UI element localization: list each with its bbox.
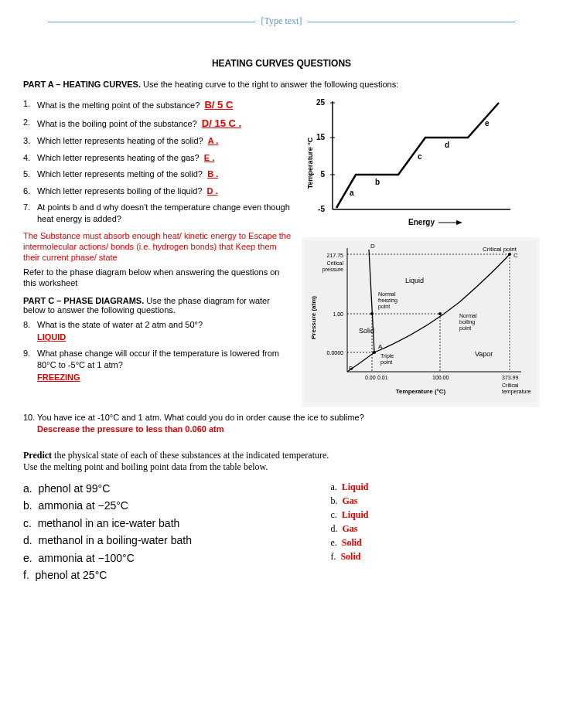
page-title: HEATING CURVES QUESTIONS <box>23 58 540 69</box>
q3-num: 3. <box>23 135 37 147</box>
q8-text: What is the state of water at 2 atm and … <box>37 320 203 329</box>
nfp-label: Normal <box>378 291 396 297</box>
svg-point-17 <box>370 312 374 315</box>
phase-xlabel: Temperature (°C) <box>396 388 446 395</box>
q6-text: Which letter represents boiling of the l… <box>37 186 202 196</box>
ytick-5: 5 <box>320 170 325 179</box>
header-placeholder: [Type text] <box>23 15 540 27</box>
predict-d: d. methanol in a boiling-water bath <box>23 532 307 549</box>
q5-num: 5. <box>23 168 37 180</box>
ans-f: f. Solid <box>330 549 540 563</box>
ans-d: d. Gas <box>330 522 540 536</box>
question-2: 2. What is the boiling point of the subs… <box>23 117 294 131</box>
critical-point-label: Critical point <box>483 246 517 253</box>
xtick-0: 0.00 <box>365 375 376 380</box>
header-text: [Type text] <box>261 15 302 26</box>
q6-answer: D . <box>207 186 218 196</box>
diagrams-column: 25 15 5 -5 a b c d e Temperature °C Ener… <box>302 94 540 407</box>
q8-num: 8. <box>23 319 37 343</box>
svg-text:temperature: temperature <box>502 389 531 395</box>
svg-point-18 <box>438 312 442 315</box>
q2-answer: D/ 15 C . <box>202 117 241 129</box>
question-10: 10. You have ice at -10°C and 1 atm. Wha… <box>23 412 540 436</box>
region-solid: Solid <box>359 327 374 335</box>
predict-heading: Predict the physical state of each of th… <box>23 450 540 474</box>
refer-text: Refer to the phase diagram below when an… <box>23 267 294 289</box>
ytick-1: 1.00 <box>333 311 343 317</box>
q4-answer: E . <box>204 153 214 162</box>
q9-text: What phase change will occur if the temp… <box>37 349 279 369</box>
seg-d: d <box>445 141 449 149</box>
ans-c: c. Liquid <box>330 508 540 522</box>
q7-num: 7. <box>23 202 37 226</box>
svg-text:pressure: pressure <box>322 267 343 273</box>
q9-answer: FREEZING <box>37 373 80 382</box>
part-a-heading: PART A – HEATING CURVES. Use the heating… <box>23 80 540 89</box>
part-c-heading: PART C – PHASE DIAGRAMS. Use the phase d… <box>23 296 294 315</box>
nbp-label: Normal <box>459 313 477 318</box>
q2-text: What is the boiling point of the substan… <box>37 119 197 128</box>
predict-b: b. ammonia at −25°C <box>23 497 307 514</box>
q7-text: At points b and d why doesn't the temper… <box>37 202 294 226</box>
q6-num: 6. <box>23 185 37 197</box>
svg-text:point: point <box>459 325 471 332</box>
ytick-15: 15 <box>316 133 326 141</box>
question-4: 4. Which letter represents heating of th… <box>23 152 294 164</box>
part-a-prefix: PART A – <box>23 80 63 89</box>
predict-line2: Use the melting point and boiling point … <box>23 461 268 472</box>
q10-answer: Descrease the pressure to less than 0.06… <box>37 424 224 434</box>
q4-text: Which letter represents heating of the g… <box>37 153 200 162</box>
letter-a: A <box>378 343 383 350</box>
predict-strong: Predict <box>23 450 52 461</box>
ytick-006: 0.0060 <box>327 350 344 355</box>
svg-text:freezing: freezing <box>378 298 398 304</box>
q1-answer: B/ 5 C <box>204 99 233 111</box>
svg-text:Critical: Critical <box>502 383 519 388</box>
question-8: 8. What is the state of water at 2 atm a… <box>23 319 294 343</box>
q10-num: 10. <box>23 412 37 436</box>
question-5: 5. Which letter represents melting of th… <box>23 168 294 180</box>
q3-text: Which letter represents heating of the s… <box>37 136 203 145</box>
part-c-prefix: PART C – <box>23 296 63 305</box>
predict-c: c. methanol in an ice-water bath <box>23 515 307 532</box>
ans-e: e. Solid <box>330 536 540 549</box>
q3-answer: A . <box>208 136 219 145</box>
part-a-questions: 1. What is the melting point of the subs… <box>23 94 294 407</box>
seg-a: a <box>350 189 354 197</box>
ytick-25: 25 <box>316 98 326 107</box>
question-9: 9. What phase change will occur if the t… <box>23 348 294 383</box>
xtick-100: 100.00 <box>432 375 449 380</box>
part-c-label: PHASE DIAGRAMS. <box>63 296 144 305</box>
heating-curve-chart: 25 15 5 -5 a b c d e Temperature °C Ener… <box>302 94 518 233</box>
q7-answer: The Substance must absorb enough heat/ k… <box>23 230 294 264</box>
svg-text:Critical: Critical <box>327 260 344 266</box>
predict-f: f. phenol at 25°C <box>23 566 307 583</box>
q2-num: 2. <box>23 117 37 131</box>
q1-text: What is the melting point of the substan… <box>37 100 200 110</box>
ytick-217: 217.75 <box>327 253 344 258</box>
svg-text:Triple: Triple <box>380 353 394 359</box>
region-liquid: Liquid <box>405 277 424 284</box>
svg-point-16 <box>373 351 376 354</box>
letter-d: D <box>370 243 375 250</box>
part-a-suffix: Use the heating curve to the right to an… <box>141 80 398 89</box>
svg-text:boiling: boiling <box>459 319 475 325</box>
seg-e: e <box>485 119 490 128</box>
predict-left: a. phenol at 99°C b. ammonia at −25°C c.… <box>23 480 307 583</box>
xlabel: Energy <box>408 218 435 226</box>
predict-e: e. ammonia at −100°C <box>23 549 307 566</box>
predict-rest: the physical state of each of these subs… <box>52 450 329 461</box>
ans-b: b. Gas <box>330 494 540 508</box>
q5-answer: B . <box>207 169 218 179</box>
letter-c: C <box>514 252 518 259</box>
ans-a: a. Liquid <box>330 480 540 494</box>
letter-b: B <box>349 365 353 372</box>
question-7: 7. At points b and d why doesn't the tem… <box>23 202 294 226</box>
question-3: 3. Which letter represents heating of th… <box>23 135 294 147</box>
region-vapor: Vapor <box>475 350 493 358</box>
arrow-icon <box>456 220 462 225</box>
seg-b: b <box>375 178 380 186</box>
phase-diagram-wrapper: Solid Liquid Vapor Critical point C D No… <box>302 237 540 407</box>
xtick-001: 0.01 <box>377 375 388 380</box>
svg-text:point: point <box>378 304 390 310</box>
